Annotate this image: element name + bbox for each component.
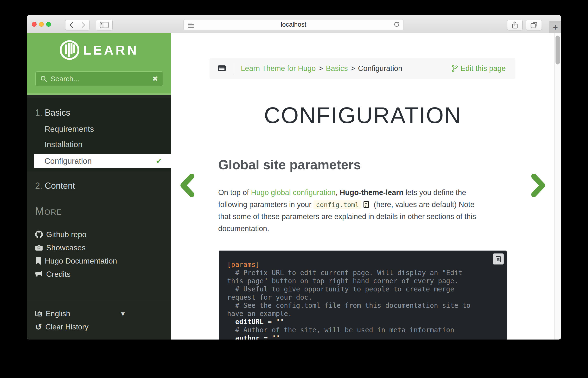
edit-this-page-link[interactable]: Edit this page	[452, 58, 506, 79]
chevron-right-icon	[531, 174, 546, 197]
previous-page-arrow[interactable]	[179, 174, 195, 198]
chevron-left-icon	[179, 174, 195, 197]
browser-toolbar: localhost +	[27, 15, 561, 33]
sidebar-link-showcases[interactable]: Showcases	[35, 242, 86, 253]
link-label: Credits	[46, 270, 70, 279]
paragraph-text: documentation.	[218, 223, 514, 235]
sidebar-icon	[100, 21, 109, 29]
sidebar-link-hugo-documentation[interactable]: Hugo Documentation	[35, 256, 117, 266]
plus-icon: +	[553, 22, 558, 32]
clear-search-icon[interactable]: ✖	[152, 75, 158, 83]
breadcrumb-current: Configuration	[358, 64, 402, 73]
sidebar-section-basics[interactable]: 1. Basics	[35, 108, 70, 118]
menu-list-icon[interactable]	[218, 65, 226, 73]
chevron-down-icon: ▼	[120, 310, 126, 318]
paragraph-text: ,	[336, 188, 340, 197]
sidebar-section-content[interactable]: 2. Content	[35, 181, 75, 191]
active-item-label: Configuration	[44, 157, 92, 166]
sidebar-item-configuration[interactable]: Configuration ✔	[34, 154, 171, 168]
clipboard-icon[interactable]	[363, 200, 369, 212]
paragraph-text: that some of these parameters are explai…	[218, 211, 514, 223]
sidebar: LEARN ✖ 1. Basics Requirements Installat…	[27, 33, 171, 339]
breadcrumb-home-link[interactable]: Learn Theme for Hugo	[241, 64, 316, 73]
section-heading: Global site parameters	[218, 157, 361, 172]
reload-icon[interactable]	[393, 22, 400, 29]
search-input[interactable]	[51, 75, 149, 83]
sidebar-header: LEARN ✖	[27, 33, 171, 95]
camera-icon	[35, 244, 43, 251]
git-branch-icon	[452, 65, 458, 72]
paragraph-text: following parameters in your	[218, 200, 314, 209]
tabs-icon	[530, 21, 538, 29]
code-line: editURL = ""	[227, 318, 498, 326]
site-logo[interactable]: LEARN	[27, 40, 171, 60]
clear-history-label: Clear History	[45, 323, 89, 331]
search-box: ✖	[35, 71, 163, 86]
address-bar[interactable]: localhost	[183, 19, 404, 30]
close-window-button[interactable]	[32, 22, 37, 27]
sidebar-footer-divider	[27, 300, 171, 300]
inline-code: config.toml	[314, 200, 361, 209]
bullhorn-icon	[35, 270, 43, 278]
paragraph-text: lets you define the	[403, 188, 466, 197]
more-heading: More	[35, 205, 62, 217]
section-label: Content	[45, 181, 75, 191]
code-line: have an example.	[227, 310, 498, 318]
sidebar-toggle-button[interactable]	[96, 20, 113, 30]
hugo-global-configuration-link[interactable]: Hugo global configuration	[251, 188, 336, 197]
code-line: # See the config.toml file from this doc…	[227, 301, 498, 310]
section-label: Basics	[45, 108, 70, 118]
code-key: editURL	[227, 318, 264, 326]
paragraph-text: On top of	[218, 188, 251, 197]
history-icon: ↺	[35, 324, 42, 331]
code-line: author = ""	[227, 334, 498, 339]
search-icon	[41, 76, 47, 82]
breadcrumb: Learn Theme for Hugo > Basics > Configur…	[210, 58, 515, 79]
section-number: 1.	[35, 108, 45, 118]
share-button[interactable]	[507, 20, 522, 30]
url-text: localhost	[281, 21, 306, 28]
link-label: Hugo Documentation	[45, 256, 117, 266]
copy-code-button[interactable]	[493, 254, 504, 265]
code-line: # Prefix URL to edit current page. Will …	[227, 269, 498, 277]
language-icon: 文 A	[35, 310, 42, 317]
sidebar-link-github-repo[interactable]: Github repo	[35, 229, 86, 240]
intro-paragraph: On top of Hugo global configuration, Hug…	[218, 187, 514, 235]
language-switcher[interactable]: 文 A English ▼	[35, 309, 160, 319]
chevron-right-icon	[80, 21, 86, 29]
page-title: CONFIGURATION	[218, 102, 507, 128]
minimize-window-button[interactable]	[39, 22, 44, 27]
code-value: = ""	[264, 318, 284, 326]
new-tab-button[interactable]: +	[549, 21, 561, 33]
forward-button[interactable]	[77, 20, 90, 30]
scrollbar-thumb[interactable]	[556, 36, 560, 65]
show-tabs-button[interactable]	[526, 20, 542, 30]
svg-text:A: A	[39, 313, 42, 316]
language-label: English	[46, 310, 70, 318]
learn-logo-icon	[60, 40, 79, 60]
breadcrumb-separator: >	[351, 64, 355, 73]
code-line: [params]	[227, 261, 498, 269]
clipboard-icon	[495, 255, 501, 263]
code-line: # Useful to give opportunity to people t…	[227, 285, 498, 293]
paragraph-text: (here, values are default) Note	[369, 200, 474, 209]
bookmark-icon	[35, 257, 41, 265]
code-line: # Author of the site, will be used in me…	[227, 326, 498, 334]
sidebar-item-installation[interactable]: Installation	[44, 140, 82, 149]
reader-view-icon[interactable]	[187, 22, 195, 29]
breadcrumb-divider	[233, 64, 233, 74]
browser-window: localhost +	[27, 15, 561, 339]
section-number: 2.	[35, 181, 45, 191]
next-page-arrow[interactable]	[531, 174, 546, 198]
scrollbar-track[interactable]	[554, 33, 561, 339]
clear-history-button[interactable]: ↺ Clear History	[35, 322, 89, 332]
paragraph-bold: Hugo-theme-learn	[340, 188, 403, 197]
sidebar-link-credits[interactable]: Credits	[35, 269, 70, 279]
logo-text: LEARN	[83, 42, 139, 57]
chevron-left-icon	[68, 21, 75, 29]
back-button[interactable]	[65, 20, 78, 30]
breadcrumb-section-link[interactable]: Basics	[326, 64, 348, 73]
zoom-window-button[interactable]	[46, 22, 51, 27]
breadcrumb-separator: >	[318, 64, 323, 73]
sidebar-item-requirements[interactable]: Requirements	[44, 124, 94, 134]
